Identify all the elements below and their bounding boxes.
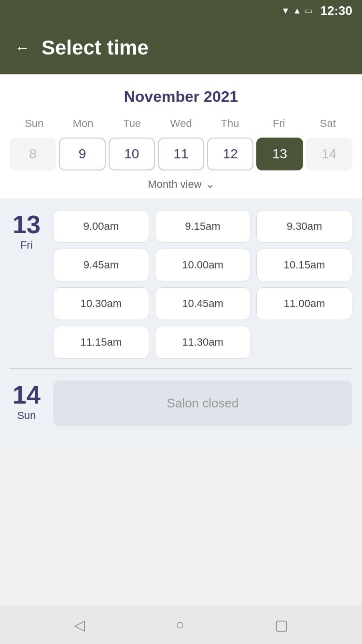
- slot-11-15am[interactable]: 11.15am: [53, 326, 149, 359]
- day-13[interactable]: 13: [256, 138, 303, 170]
- day-8: 8: [10, 138, 56, 170]
- slot-11-30am[interactable]: 11.30am: [155, 326, 251, 359]
- day-9[interactable]: 9: [59, 138, 105, 170]
- day-14: 14: [306, 138, 352, 170]
- weekday-tue: Tue: [108, 115, 156, 132]
- weekday-thu: Thu: [206, 115, 254, 132]
- day-10[interactable]: 10: [109, 138, 155, 170]
- status-icons: ▼ ▲ ▭: [281, 5, 313, 16]
- month-view-label: Month view: [148, 178, 201, 191]
- day-13-name: Fri: [20, 239, 33, 252]
- slot-9-30am[interactable]: 9.30am: [256, 210, 352, 243]
- day-13-slots-grid: 9.00am 9.15am 9.30am 9.45am 10.00am 10.1…: [53, 210, 352, 359]
- nav-home-icon[interactable]: ○: [175, 616, 184, 633]
- day-13-number: 13: [13, 212, 41, 237]
- day-14-number: 14: [13, 382, 41, 407]
- salon-closed-box: Salon closed: [53, 380, 352, 426]
- day-13-label: 13 Fri: [10, 210, 43, 359]
- status-bar: ▼ ▲ ▭ 12:30: [0, 0, 362, 21]
- slot-10-45am[interactable]: 10.45am: [155, 287, 251, 320]
- status-time: 12:30: [320, 3, 353, 18]
- back-icon: ←: [14, 39, 30, 57]
- slot-10-15am[interactable]: 10.15am: [256, 249, 352, 281]
- section-divider: [10, 368, 352, 369]
- nav-recent-icon[interactable]: ▢: [275, 616, 288, 633]
- weekday-wed: Wed: [156, 115, 205, 132]
- slot-11-00am[interactable]: 11.00am: [256, 287, 352, 320]
- slot-9-45am[interactable]: 9.45am: [53, 249, 149, 281]
- signal-icon: ▲: [293, 6, 302, 16]
- day-14-label: 14 Sun: [10, 380, 43, 426]
- page-title: Select time: [42, 36, 149, 59]
- month-year-label: November 2021: [10, 88, 352, 106]
- day-13-block: 13 Fri 9.00am 9.15am 9.30am 9.45am 10.00…: [10, 210, 352, 359]
- weekday-sat: Sat: [304, 115, 352, 132]
- wifi-icon: ▼: [281, 6, 290, 16]
- days-row: 8 9 10 11 12 13 14: [10, 138, 352, 170]
- battery-icon: ▭: [305, 5, 313, 16]
- month-view-toggle[interactable]: Month view ⌄: [10, 178, 352, 191]
- header: ← Select time: [0, 21, 362, 74]
- calendar-section: November 2021 Sun Mon Tue Wed Thu Fri Sa…: [0, 74, 362, 198]
- slot-9-15am[interactable]: 9.15am: [155, 210, 251, 243]
- day-14-block: 14 Sun Salon closed: [10, 380, 352, 426]
- day-11[interactable]: 11: [158, 138, 204, 170]
- slot-9-00am[interactable]: 9.00am: [53, 210, 149, 243]
- day-14-name: Sun: [17, 409, 36, 422]
- nav-bar: ◁ ○ ▢: [0, 605, 362, 644]
- slot-10-00am[interactable]: 10.00am: [155, 249, 251, 281]
- salon-closed-text: Salon closed: [167, 396, 239, 411]
- day-12[interactable]: 12: [207, 138, 253, 170]
- weekday-fri: Fri: [254, 115, 303, 132]
- nav-back-icon[interactable]: ◁: [74, 616, 85, 633]
- back-button[interactable]: ←: [14, 39, 30, 57]
- slot-10-30am[interactable]: 10.30am: [53, 287, 149, 320]
- weekday-labels: Sun Mon Tue Wed Thu Fri Sat: [10, 115, 352, 132]
- weekday-mon: Mon: [58, 115, 107, 132]
- chevron-down-icon: ⌄: [206, 178, 214, 191]
- weekday-sun: Sun: [10, 115, 58, 132]
- time-slots-section: 13 Fri 9.00am 9.15am 9.30am 9.45am 10.00…: [0, 198, 362, 448]
